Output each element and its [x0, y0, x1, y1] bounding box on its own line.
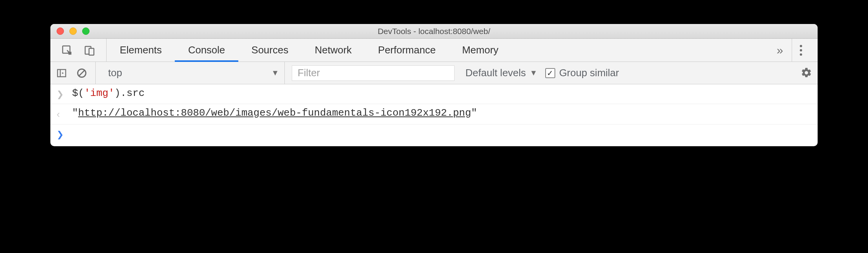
- zoom-window-button[interactable]: [82, 27, 90, 35]
- console-entry-output: "http://localhost:8080/web/images/web-fu…: [50, 104, 818, 125]
- svg-rect-2: [89, 48, 94, 55]
- minimize-window-button[interactable]: [69, 27, 77, 35]
- console-toolbar: top ▼ Default levels ▼ Group similar: [50, 62, 818, 84]
- prompt-chevron-icon: [57, 128, 65, 141]
- tab-console[interactable]: Console: [175, 39, 238, 62]
- window-controls: [50, 27, 90, 35]
- clear-console-icon[interactable]: [75, 67, 88, 80]
- log-levels-label: Default levels: [465, 67, 526, 79]
- window-titlebar: DevTools - localhost:8080/web/: [50, 24, 818, 39]
- tab-memory[interactable]: Memory: [449, 39, 512, 62]
- svg-line-6: [79, 70, 84, 76]
- window-title: DevTools - localhost:8080/web/: [50, 27, 818, 36]
- console-input-code: $('img').src: [72, 87, 145, 99]
- devtools-window: DevTools - localhost:8080/web/ Elements …: [50, 24, 818, 146]
- execution-context-select[interactable]: top ▼: [103, 62, 285, 84]
- panel-tabs: Elements Console Sources Network Perform…: [107, 39, 512, 62]
- log-levels-select[interactable]: Default levels ▼: [465, 67, 537, 79]
- toggle-console-sidebar-icon[interactable]: [55, 67, 68, 80]
- inspect-tools-group: [50, 39, 107, 62]
- console-filter-input[interactable]: [292, 65, 455, 81]
- checkbox-icon: [545, 68, 555, 78]
- console-prompt-row[interactable]: [50, 125, 818, 146]
- input-chevron-icon: [57, 87, 65, 101]
- console-output-link[interactable]: http://localhost:8080/web/images/web-fun…: [78, 107, 471, 119]
- tab-sources[interactable]: Sources: [238, 39, 301, 62]
- console-settings-icon[interactable]: [801, 67, 813, 79]
- execution-context-value: top: [108, 67, 122, 79]
- console-entry-input: $('img').src: [50, 84, 818, 104]
- close-window-button[interactable]: [57, 27, 64, 35]
- group-similar-label: Group similar: [559, 67, 619, 79]
- chevron-down-icon: ▼: [271, 68, 279, 77]
- settings-menu-button[interactable]: [792, 45, 810, 56]
- inspect-element-icon[interactable]: [60, 44, 74, 57]
- console-output-value: "http://localhost:8080/web/images/web-fu…: [72, 107, 477, 119]
- tab-network[interactable]: Network: [301, 39, 365, 62]
- panel-tabbar: Elements Console Sources Network Perform…: [50, 39, 818, 62]
- overflow-tabs-button[interactable]: »: [768, 39, 792, 62]
- group-similar-toggle[interactable]: Group similar: [545, 67, 619, 79]
- tab-performance[interactable]: Performance: [365, 39, 449, 62]
- output-chevron-icon: [57, 107, 65, 121]
- chevron-down-icon: ▼: [530, 68, 537, 77]
- device-toolbar-icon[interactable]: [83, 44, 96, 57]
- console-output: $('img').src "http://localhost:8080/web/…: [50, 84, 818, 146]
- svg-rect-3: [58, 69, 66, 77]
- tab-elements[interactable]: Elements: [107, 39, 175, 62]
